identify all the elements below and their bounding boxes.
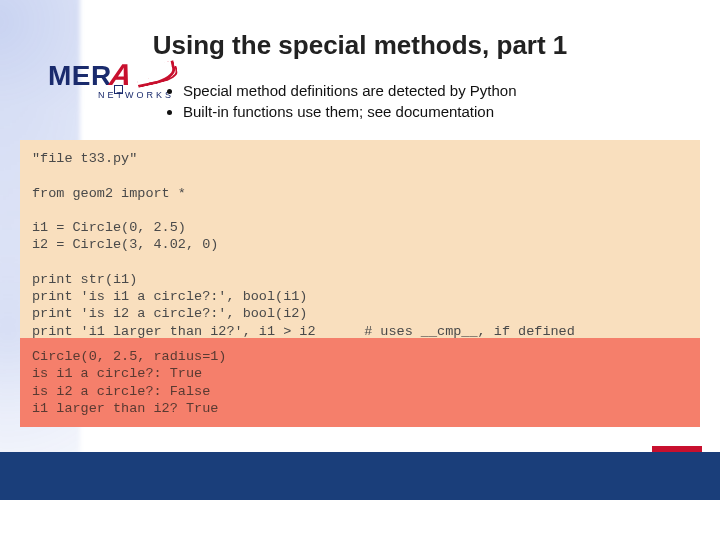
bullet-list: Special method definitions are detected … [165, 78, 517, 124]
logo-text-main: MER [48, 60, 112, 92]
bullet-item: Special method definitions are detected … [183, 82, 517, 99]
footer-bar [0, 452, 720, 500]
code-block-source: "file t33.py" from geom2 import * i1 = C… [20, 140, 700, 350]
code-block-output: Circle(0, 2.5, radius=1) is i1 a circle?… [20, 338, 700, 427]
footer-white-bar [0, 500, 720, 540]
slide-title: Using the special methods, part 1 [0, 30, 720, 61]
bullet-item: Built-in functions use them; see documen… [183, 103, 517, 120]
logo-box-icon [114, 85, 123, 94]
mera-logo: MERA NETWORKS [48, 58, 178, 100]
